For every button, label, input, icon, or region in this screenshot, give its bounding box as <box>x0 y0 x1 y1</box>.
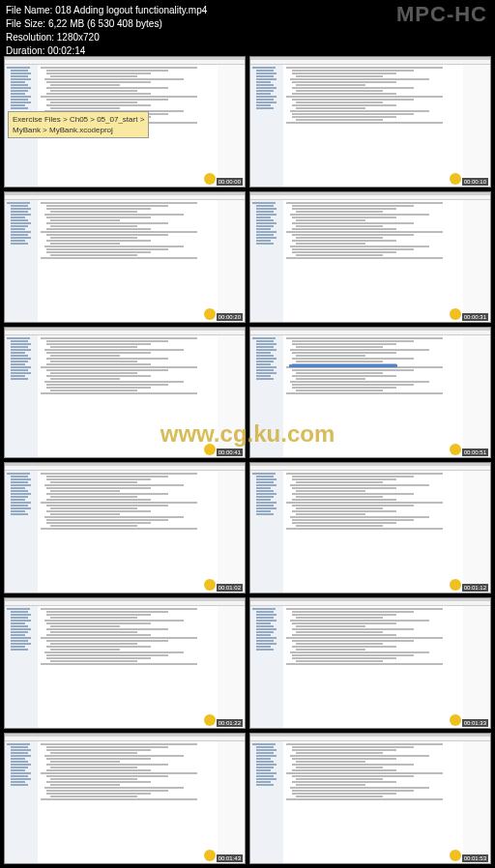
ide-sidebar <box>5 471 38 593</box>
file-size-label: File Size: <box>6 18 45 29</box>
lynda-logo-icon <box>450 850 461 861</box>
ide-right-panel <box>463 471 490 593</box>
lynda-logo-icon <box>450 308 461 320</box>
thumbnail[interactable]: 00:01:22 <box>4 597 246 729</box>
ide-right-panel <box>463 65 490 187</box>
ide-right-panel <box>218 65 245 187</box>
timestamp-badge: 00:01:22 <box>217 719 243 727</box>
ide-sidebar <box>5 335 38 457</box>
timestamp-badge: 00:00:10 <box>462 178 488 186</box>
ide-right-panel <box>463 741 490 863</box>
ide-sidebar <box>5 741 38 863</box>
file-info-header: File Name: 018 Adding logout functionali… <box>0 0 495 62</box>
timestamp-badge: 00:01:53 <box>462 854 488 862</box>
ide-editor <box>38 200 218 322</box>
ide-editor <box>283 65 463 187</box>
thumbnail[interactable]: 00:00:31 <box>249 191 491 323</box>
timestamp-badge: 00:01:33 <box>462 719 488 727</box>
thumbnail[interactable]: 00:01:53 <box>249 733 491 864</box>
timestamp-badge: 00:00:20 <box>217 313 243 321</box>
path-tooltip: Exercise Files > Ch05 > 05_07_start > My… <box>8 111 149 138</box>
timestamp-badge: 00:01:02 <box>217 584 243 592</box>
ide-sidebar <box>5 606 38 728</box>
lynda-logo-icon <box>450 714 461 726</box>
resolution-value: 1280x720 <box>57 32 100 43</box>
ide-editor <box>38 741 218 863</box>
ide-right-panel <box>218 471 245 593</box>
ide-right-panel <box>463 200 490 322</box>
timestamp-badge: 00:00:41 <box>217 448 243 456</box>
ide-editor <box>38 606 218 728</box>
ide-right-panel <box>218 200 245 322</box>
lynda-logo-icon <box>204 173 216 185</box>
ide-sidebar <box>250 471 283 593</box>
thumbnail[interactable]: 00:00:20 <box>4 191 246 323</box>
thumbnail[interactable]: 00:01:12 <box>249 462 491 593</box>
thumbnail[interactable]: 00:01:02 <box>4 462 246 593</box>
ide-editor <box>283 200 463 322</box>
thumbnail-grid: 00:00:0000:00:1000:00:2000:00:3100:00:41… <box>4 56 491 864</box>
timestamp-badge: 00:00:51 <box>462 448 488 456</box>
thumbnail[interactable]: 00:01:33 <box>249 597 491 729</box>
file-size-value: 6,22 MB (6 530 408 bytes) <box>48 18 162 29</box>
ide-right-panel <box>218 606 245 728</box>
duration-label: Duration: <box>6 45 45 56</box>
lynda-logo-icon <box>204 850 216 861</box>
ide-editor <box>283 471 463 593</box>
resolution-label: Resolution: <box>6 32 54 43</box>
ide-sidebar <box>250 65 283 187</box>
ide-right-panel <box>463 606 490 728</box>
lynda-logo-icon <box>450 579 461 591</box>
lynda-logo-icon <box>450 444 461 455</box>
lynda-logo-icon <box>204 714 216 726</box>
timestamp-badge: 00:00:00 <box>217 178 243 186</box>
ide-sidebar <box>5 200 38 322</box>
ide-editor <box>38 471 218 593</box>
watermark-text: www.cg.ku.com <box>160 420 335 448</box>
timestamp-badge: 00:01:43 <box>217 854 243 862</box>
tooltip-line-2: MyBank > MyBank.xcodeproj <box>13 125 144 135</box>
thumbnail[interactable]: 00:01:43 <box>4 733 246 864</box>
ide-sidebar <box>250 606 283 728</box>
file-name-label: File Name: <box>6 5 52 15</box>
thumbnail[interactable]: 00:00:10 <box>249 56 491 188</box>
timestamp-badge: 00:00:31 <box>462 313 488 321</box>
ide-right-panel <box>218 741 245 863</box>
lynda-logo-icon <box>450 173 461 185</box>
timestamp-badge: 00:01:12 <box>462 584 488 592</box>
ide-sidebar <box>250 741 283 863</box>
file-name-value: 018 Adding logout functionality.mp4 <box>55 5 207 15</box>
ide-editor <box>283 606 463 728</box>
lynda-logo-icon <box>204 579 216 591</box>
ide-sidebar <box>250 200 283 322</box>
duration-value: 00:02:14 <box>47 45 85 56</box>
ide-editor <box>283 741 463 863</box>
lynda-logo-icon <box>204 308 216 320</box>
ide-right-panel <box>463 335 490 457</box>
tooltip-line-1: Exercise Files > Ch05 > 05_07_start > <box>13 114 144 125</box>
